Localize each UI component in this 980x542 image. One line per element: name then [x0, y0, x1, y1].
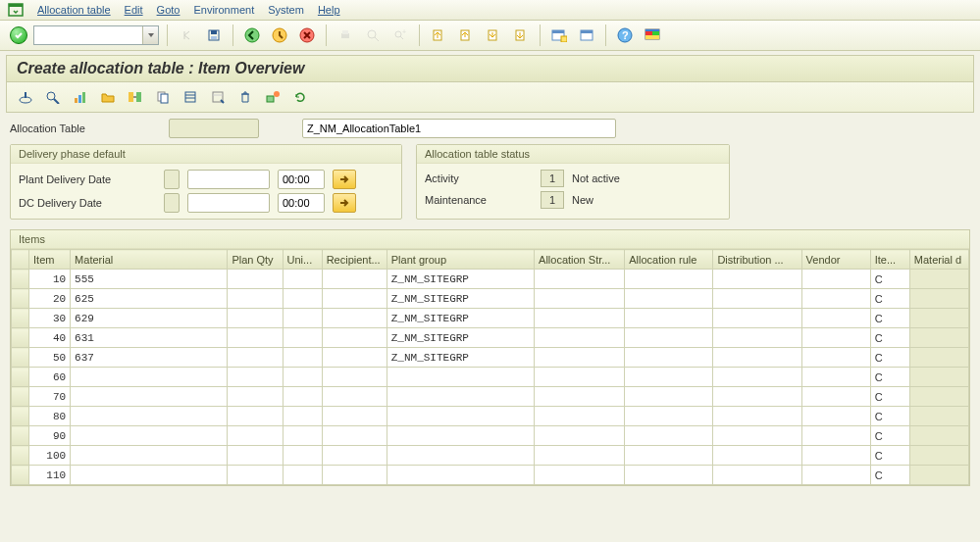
cell-ite[interactable]: C — [870, 309, 909, 328]
cell-ite[interactable]: C — [870, 446, 909, 466]
cell-material[interactable] — [71, 466, 228, 485]
overview-icon[interactable] — [15, 86, 36, 108]
cell-plan-qty[interactable] — [228, 407, 283, 426]
row-selector[interactable] — [12, 270, 29, 289]
cell-alloc-rule[interactable] — [625, 446, 713, 466]
layout-icon[interactable] — [576, 25, 597, 46]
cell-plant-group[interactable] — [387, 368, 534, 387]
cell-material-d[interactable] — [909, 270, 968, 289]
cell-plant-group[interactable] — [387, 426, 534, 446]
chart-icon[interactable] — [70, 86, 91, 108]
cell-unit[interactable] — [283, 328, 322, 348]
cell-plant-group[interactable] — [387, 407, 534, 426]
cell-unit[interactable] — [283, 466, 322, 485]
cell-plant-group[interactable] — [387, 466, 534, 485]
cell-alloc-str[interactable] — [535, 368, 625, 387]
table-row[interactable]: 40631Z_NM_SITEGRPC — [12, 328, 969, 348]
system-menu-icon[interactable] — [8, 3, 24, 17]
cell-material[interactable]: 625 — [71, 289, 228, 309]
cell-alloc-rule[interactable] — [625, 348, 713, 368]
table-row[interactable]: 10555Z_NM_SITEGRPC — [12, 270, 969, 289]
select-all-icon[interactable] — [180, 86, 201, 108]
cell-alloc-rule[interactable] — [625, 309, 713, 328]
cell-recipient[interactable] — [322, 446, 387, 466]
delete-icon[interactable] — [234, 86, 256, 108]
plant-delivery-time-field[interactable] — [278, 170, 325, 189]
cell-recipient[interactable] — [322, 407, 387, 426]
cell-ite[interactable]: C — [870, 407, 909, 426]
cell-distribution[interactable] — [713, 466, 801, 485]
cell-plan-qty[interactable] — [228, 368, 283, 387]
cell-item[interactable]: 90 — [29, 426, 71, 446]
col-plan-qty[interactable]: Plan Qty — [228, 250, 283, 270]
row-selector[interactable] — [12, 407, 29, 426]
cell-plant-group[interactable]: Z_NM_SITEGRP — [387, 309, 534, 328]
new-session-icon[interactable] — [548, 25, 570, 46]
last-page-icon[interactable] — [510, 25, 532, 46]
cell-vendor[interactable] — [801, 270, 870, 289]
cell-alloc-str[interactable] — [535, 387, 625, 407]
enter-button[interactable] — [10, 26, 27, 44]
cell-ite[interactable]: C — [870, 387, 909, 407]
cell-alloc-str[interactable] — [535, 348, 625, 368]
cell-alloc-rule[interactable] — [625, 328, 713, 348]
col-ite[interactable]: Ite... — [870, 250, 909, 270]
cell-ite[interactable]: C — [870, 328, 909, 348]
cell-item[interactable]: 110 — [29, 466, 71, 485]
row-selector[interactable] — [12, 348, 29, 368]
cell-alloc-str[interactable] — [535, 446, 625, 466]
local-layout-icon[interactable] — [642, 25, 663, 46]
cell-recipient[interactable] — [322, 368, 387, 387]
command-dropdown[interactable] — [142, 26, 158, 44]
cell-unit[interactable] — [283, 426, 322, 446]
cell-distribution[interactable] — [713, 328, 801, 348]
col-distribution[interactable]: Distribution ... — [713, 250, 801, 270]
cell-item[interactable]: 50 — [29, 348, 71, 368]
cell-plant-group[interactable]: Z_NM_SITEGRP — [387, 289, 534, 309]
col-plant-group[interactable]: Plant group — [387, 250, 534, 270]
cell-material[interactable]: 629 — [71, 309, 228, 328]
cell-material-d[interactable] — [909, 446, 968, 466]
cell-plan-qty[interactable] — [228, 270, 283, 289]
cell-vendor[interactable] — [801, 426, 870, 446]
cell-plant-group[interactable]: Z_NM_SITEGRP — [387, 348, 534, 368]
menu-edit[interactable]: Edit — [125, 4, 143, 16]
cell-plant-group[interactable] — [387, 446, 534, 466]
cell-material-d[interactable] — [909, 309, 968, 328]
cell-plant-group[interactable] — [387, 387, 534, 407]
copy-icon[interactable] — [152, 86, 174, 108]
cell-material-d[interactable] — [909, 407, 968, 426]
row-selector[interactable] — [12, 466, 29, 485]
cell-item[interactable]: 20 — [29, 289, 71, 309]
cell-alloc-rule[interactable] — [625, 289, 713, 309]
col-alloc-rule[interactable]: Allocation rule — [625, 250, 713, 270]
cell-alloc-rule[interactable] — [625, 368, 713, 387]
plant-delivery-date-field[interactable] — [187, 170, 270, 189]
table-row[interactable]: 90C — [12, 426, 969, 446]
cell-material[interactable] — [71, 446, 228, 466]
alloc-table-desc-field[interactable] — [302, 119, 616, 138]
cell-recipient[interactable] — [322, 426, 387, 446]
cell-material[interactable]: 631 — [71, 328, 228, 348]
table-row[interactable]: 110C — [12, 466, 969, 485]
cell-material-d[interactable] — [909, 289, 968, 309]
table-row[interactable]: 30629Z_NM_SITEGRPC — [12, 309, 969, 328]
cell-material-d[interactable] — [909, 466, 968, 485]
cell-vendor[interactable] — [801, 446, 870, 466]
cell-plant-group[interactable]: Z_NM_SITEGRP — [387, 328, 534, 348]
cell-alloc-rule[interactable] — [625, 387, 713, 407]
cell-unit[interactable] — [283, 387, 322, 407]
cell-vendor[interactable] — [801, 328, 870, 348]
cell-plan-qty[interactable] — [228, 348, 283, 368]
row-selector[interactable] — [12, 446, 29, 466]
cell-unit[interactable] — [283, 289, 322, 309]
cell-item[interactable]: 60 — [29, 368, 71, 387]
cell-plan-qty[interactable] — [228, 466, 283, 485]
cell-distribution[interactable] — [713, 348, 801, 368]
cell-alloc-str[interactable] — [535, 426, 625, 446]
cell-alloc-rule[interactable] — [625, 407, 713, 426]
table-row[interactable]: 70C — [12, 387, 969, 407]
cell-recipient[interactable] — [322, 328, 387, 348]
cell-unit[interactable] — [283, 407, 322, 426]
cell-recipient[interactable] — [322, 466, 387, 485]
